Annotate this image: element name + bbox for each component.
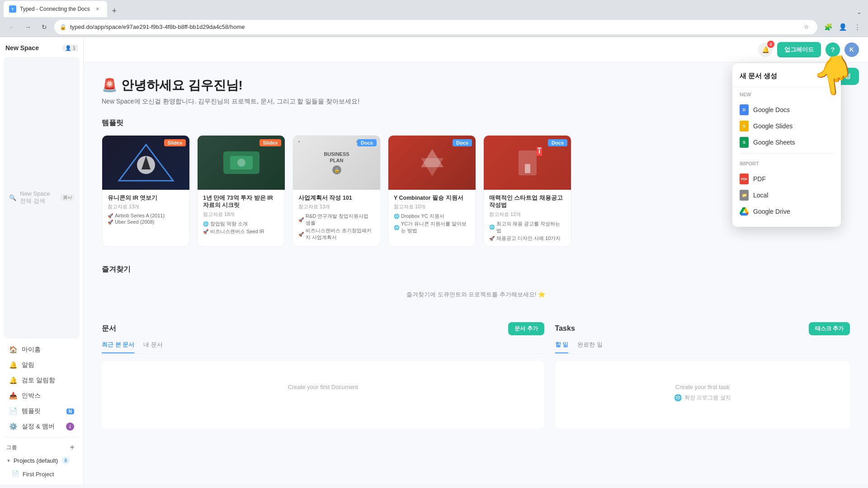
first-project-label: First Project — [23, 471, 54, 478]
sidebar-item-alarm-label: 알림 — [22, 361, 34, 369]
task-tab-done[interactable]: 완료한 일 — [577, 341, 603, 353]
template-icon: 📄 — [9, 407, 17, 415]
greeting-text: 안녕하세요 김우진님! — [121, 78, 243, 92]
popup-new-label: New — [740, 92, 834, 97]
projects-info-badge: 8 — [61, 456, 70, 465]
template-tags-2: 🌐창업팀 역량 소개 🚀비즈니스캔버스 Seed IR — [203, 221, 279, 235]
popup-item-google-slides[interactable]: S Google Slides — [732, 118, 841, 134]
local-icon: 📁 — [740, 191, 749, 200]
tasks-empty-text: Create your first task — [675, 384, 730, 390]
template-title-5: 매력적인 스타트업 채용공고 작성법 — [489, 194, 566, 209]
google-drive-icon — [740, 207, 749, 216]
doc-tabs: 최근 본 문서 내 문서 — [102, 341, 544, 354]
sidebar-item-inbox[interactable]: 📥 인박스 — [3, 389, 80, 403]
search-shortcut: ⌘+/ — [61, 194, 74, 201]
template-thumb-unicorn: Slides — [102, 136, 189, 190]
popup-item-google-drive[interactable]: Google Drive — [732, 203, 841, 220]
template-tags-3: 🚀R&D 연구개발 창업지원사업 샘플 🚀비즈니스캔버스 초기창업패키지 사업계… — [298, 213, 375, 241]
groups-section: 그룹 + — [0, 440, 83, 454]
forward-button[interactable]: → — [22, 21, 34, 33]
search-placeholder-text: New Space 전체 검색 — [20, 190, 57, 205]
new-tab-button[interactable]: + — [108, 5, 121, 17]
sidebar-item-settings[interactable]: ⚙️ 설정 & 맴버 i — [3, 419, 80, 434]
menu-icon[interactable]: ⋮ — [852, 22, 863, 33]
window-expand-icon[interactable]: ⌄ — [854, 9, 864, 15]
add-document-button[interactable]: 문서 추가 — [508, 322, 544, 335]
template-thumb-recruit: Docs — [484, 136, 571, 190]
popup-item-pdf[interactable]: PDF PDF — [732, 171, 841, 187]
first-project-item[interactable]: 📄 First Project — [3, 468, 80, 480]
sidebar-item-alarm[interactable]: 🔔 알림 — [3, 358, 80, 372]
template-card-recruit[interactable]: Docs — [483, 135, 571, 247]
popup-item-google-sheets[interactable]: S Google Sheets — [732, 134, 841, 150]
sidebar-item-home[interactable]: 🏠 마이홈 — [3, 343, 80, 357]
tab-close-button[interactable]: × — [94, 5, 102, 13]
doc-tab-mine[interactable]: 내 문서 — [143, 341, 163, 353]
workspace-header[interactable]: New Space 👤 1 — [0, 41, 83, 55]
template-card-unicorn[interactable]: Slides 유니콘의 IR 엿보기 참고자료 13개 🚀Airbnb Seri… — [102, 135, 190, 247]
google-sheets-icon: S — [740, 138, 749, 147]
google-slides-icon: S — [740, 122, 749, 131]
projects-default-label: Projects (default) — [14, 457, 58, 464]
active-tab[interactable]: T Typed - Connecting the Docs × — [4, 1, 107, 17]
sidebar-item-home-label: 마이홈 — [22, 346, 41, 354]
template-count-4: 참고자료 10개 — [394, 203, 470, 210]
extensions-icon[interactable]: 🧩 — [823, 22, 834, 33]
user-avatar[interactable]: K — [844, 42, 859, 57]
template-count-1: 참고자료 13개 — [108, 203, 184, 210]
popup-close-button[interactable]: × — [823, 70, 834, 81]
template-info-3: 사업계획서 작성 101 참고자료 13개 🚀R&D 연구개발 창업지원사업 샘… — [293, 190, 380, 245]
template-tags-4: 🌐Dropbox YC 지원서 🌐YC가 유니콘 지원서를 알아보는 방법 — [394, 213, 470, 234]
sidebar-item-review-alarm[interactable]: 🔔 검토 알림함 — [3, 373, 80, 388]
popup-title: 새 문서 생성 — [740, 72, 777, 80]
sidebar-item-template[interactable]: 📄 템플릿 N — [3, 404, 80, 418]
sidebar-item-settings-label: 설정 & 맴버 — [22, 422, 55, 431]
upgrade-button[interactable]: 업그레이드 — [777, 42, 821, 57]
reload-button[interactable]: ↻ — [38, 21, 51, 33]
template-card-ir73[interactable]: Slides 1년 만에 73억 투자 받은 IR 자료의 시크릿 참고자료 1… — [197, 135, 285, 247]
popup-header: 새 문서 생성 × — [732, 70, 841, 87]
tab-favicon: T — [9, 5, 16, 13]
profile-menu-icon[interactable]: 👤 — [837, 22, 848, 33]
template-badge-slides-2: Slides — [259, 139, 281, 146]
projects-chevron-icon: ▼ — [6, 458, 11, 463]
sidebar-search[interactable]: 🔍 New Space 전체 검색 ⌘+/ — [4, 57, 80, 338]
popup-new-section: New — [732, 87, 841, 102]
lock-icon: 🔒 — [60, 24, 66, 30]
projects-default-item[interactable]: ▼ Projects (default) 8 — [0, 454, 83, 467]
chrome-icon: 🌐 — [674, 394, 682, 401]
bookmark-icon[interactable]: ☆ — [801, 22, 812, 33]
template-info-1: 유니콘의 IR 엿보기 참고자료 13개 🚀Airbnb Series A (2… — [102, 190, 189, 229]
workspace-member-badge: 👤 1 — [63, 45, 78, 52]
task-tab-todo[interactable]: 할 일 — [555, 341, 569, 353]
add-task-button[interactable]: 태스크 추가 — [809, 322, 850, 335]
template-count-3: 참고자료 13개 — [298, 203, 375, 210]
popup-divider — [740, 153, 834, 154]
notification-button[interactable]: 🔔 0 — [758, 42, 773, 57]
address-text: typed.do/app/space/e97ae291-f9b3-4f8b-b8… — [70, 23, 797, 30]
sidebar: New Space 👤 1 🔍 New Space 전체 검색 ⌘+/ 🏠 마이… — [0, 37, 84, 484]
back-button[interactable]: ← — [5, 21, 18, 33]
template-thumb-bizplan: Docs BUSINESSPLAN 🔒 — [293, 136, 380, 190]
popup-item-google-drive-label: Google Drive — [753, 208, 790, 215]
add-group-button[interactable]: + — [68, 443, 77, 452]
doc-tab-recent[interactable]: 최근 본 문서 — [102, 341, 134, 353]
home-icon: 🏠 — [9, 346, 17, 354]
popup-import-label: Import — [740, 161, 834, 166]
pdf-icon: PDF — [740, 174, 749, 183]
popup-item-google-docs[interactable]: D Google Docs — [732, 102, 841, 118]
topbar: 🔔 0 업그레이드 ? K — [84, 37, 868, 62]
template-card-ycomb[interactable]: Docs Y Combinator 필승 지원서 참고자료 10개 🌐D — [388, 135, 476, 247]
popup-item-google-slides-label: Google Slides — [753, 122, 793, 130]
template-info-4: Y Combinator 필승 지원서 참고자료 10개 🌐Dropbox YC… — [388, 190, 476, 239]
template-card-bizplan[interactable]: Docs BUSINESSPLAN 🔒 사업계획서 작성 101 참고자료 13… — [292, 135, 381, 247]
tab-bar: T Typed - Connecting the Docs × + ⌄ — [0, 0, 868, 17]
popup-item-google-sheets-label: Google Sheets — [753, 139, 795, 146]
address-bar-row: ← → ↻ 🔒 typed.do/app/space/e97ae291-f9b3… — [0, 17, 868, 37]
address-bar[interactable]: 🔒 typed.do/app/space/e97ae291-f9b3-4f8b-… — [54, 20, 817, 34]
favorites-section: 즐겨찾기 즐겨찾기에 도큐먼트와 프로젝트를 추가해보세요! ⭐ — [102, 265, 850, 308]
template-tag-4-2: 🌐YC가 유니콘 지원서를 알아보는 방법 — [394, 221, 470, 234]
help-button[interactable]: ? — [826, 42, 840, 57]
template-title-2: 1년 만에 73억 투자 받은 IR 자료의 시크릿 — [203, 194, 279, 209]
popup-item-local[interactable]: 📁 Local — [732, 187, 841, 203]
